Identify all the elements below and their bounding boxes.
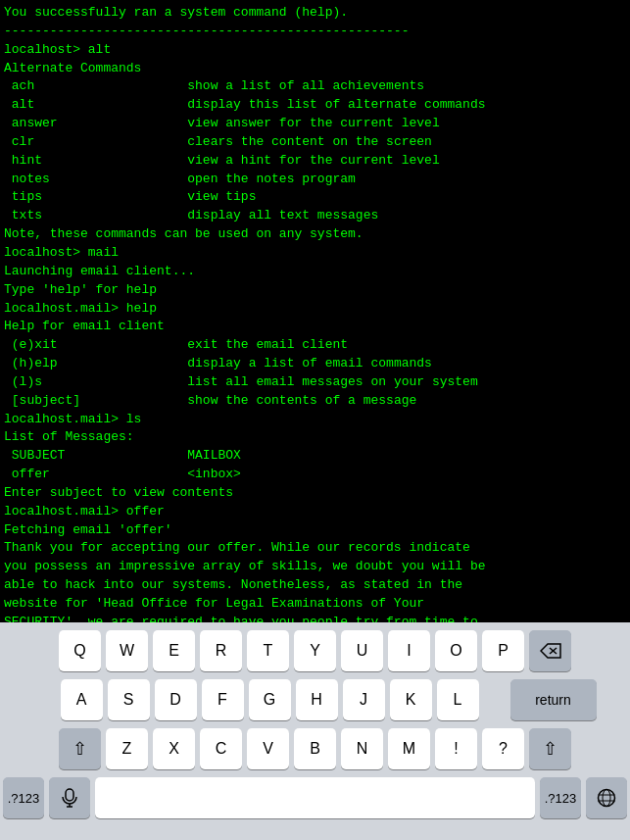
keyboard-row-1: QWERTYUIOP <box>3 630 627 671</box>
key-q[interactable]: Q <box>59 630 101 671</box>
key-m[interactable]: M <box>388 728 430 769</box>
keyboard-row-3: ⇧ZXCVBNM!?⇧ <box>3 728 627 769</box>
key-a[interactable]: A <box>61 679 103 720</box>
keyboard-row-4: .?123.?123 <box>3 777 627 818</box>
key-backspace[interactable] <box>529 630 571 671</box>
svg-point-6 <box>603 790 610 807</box>
key-e[interactable]: E <box>153 630 195 671</box>
svg-point-5 <box>599 790 615 807</box>
key-i[interactable]: I <box>388 630 430 671</box>
key-shift-left[interactable]: ⇧ <box>59 728 101 769</box>
keyboard-row-2: ASDFGHJKLreturn <box>3 679 627 720</box>
keyboard[interactable]: QWERTYUIOP ASDFGHJKLreturn ⇧ZXCVBNM!?⇧ .… <box>0 622 630 840</box>
key-numbers-left[interactable]: .?123 <box>3 777 44 818</box>
key-n[interactable]: N <box>341 728 383 769</box>
key-exclamation[interactable]: ! <box>435 728 477 769</box>
key-shift-right[interactable]: ⇧ <box>529 728 571 769</box>
key-return[interactable]: return <box>510 679 597 720</box>
key-space[interactable] <box>95 777 535 818</box>
key-p[interactable]: P <box>482 630 524 671</box>
key-b[interactable]: B <box>294 728 336 769</box>
key-emoji[interactable] <box>586 777 627 818</box>
key-f[interactable]: F <box>202 679 244 720</box>
svg-rect-2 <box>66 789 73 801</box>
key-l[interactable]: L <box>437 679 479 720</box>
key-d[interactable]: D <box>155 679 197 720</box>
key-c[interactable]: C <box>200 728 242 769</box>
key-y[interactable]: Y <box>294 630 336 671</box>
key-x[interactable]: X <box>153 728 195 769</box>
key-s[interactable]: S <box>108 679 150 720</box>
key-w[interactable]: W <box>106 630 148 671</box>
key-numbers-right[interactable]: .?123 <box>540 777 581 818</box>
terminal-text: You successfully ran a system command (h… <box>4 4 626 622</box>
key-h[interactable]: H <box>296 679 338 720</box>
key-k[interactable]: K <box>390 679 432 720</box>
key-o[interactable]: O <box>435 630 477 671</box>
key-r[interactable]: R <box>200 630 242 671</box>
key-j[interactable]: J <box>343 679 385 720</box>
key-u[interactable]: U <box>341 630 383 671</box>
key-microphone[interactable] <box>49 777 90 818</box>
key-z[interactable]: Z <box>106 728 148 769</box>
terminal-screen: You successfully ran a system command (h… <box>0 0 630 622</box>
key-t[interactable]: T <box>247 630 289 671</box>
key-g[interactable]: G <box>249 679 291 720</box>
key-v[interactable]: V <box>247 728 289 769</box>
key-question[interactable]: ? <box>482 728 524 769</box>
